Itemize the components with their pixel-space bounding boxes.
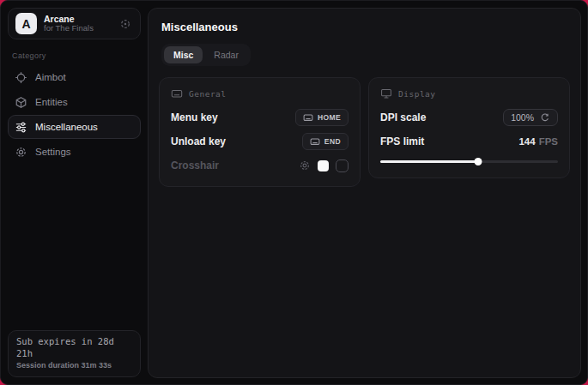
crosshair-row: Crosshair <box>171 156 349 175</box>
sidebar-nav: Aimbot Entities <box>8 65 141 164</box>
category-label: Category <box>12 51 141 60</box>
fps-limit-label: FPS limit <box>380 135 424 147</box>
sidebar-item-miscellaneous[interactable]: Miscellaneous <box>8 115 141 139</box>
app-logo: A <box>15 13 37 34</box>
unload-key-label: Unload key <box>171 135 226 147</box>
app-window: A Arcane for The Finals Category <box>0 0 588 385</box>
gear-icon <box>15 146 27 159</box>
unload-key-row: Unload key END <box>171 132 349 151</box>
sync-icon[interactable] <box>118 16 133 32</box>
fps-limit-row: FPS limit 144FPS <box>380 132 558 151</box>
menu-key-button[interactable]: HOME <box>295 109 349 126</box>
app-meta: Arcane for The Finals <box>44 14 111 33</box>
dpi-scale-value: 100% <box>511 112 534 123</box>
menu-key-value: HOME <box>318 113 341 122</box>
tab-bar: Misc Radar <box>161 44 251 66</box>
refresh-icon <box>540 112 550 123</box>
dpi-scale-row: DPI scale 100% <box>380 108 558 127</box>
main-panel: Miscellaneous Misc Radar General <box>148 8 581 378</box>
slider-fill <box>380 160 478 163</box>
menu-key-row: Menu key HOME <box>171 108 349 127</box>
sidebar-item-label: Settings <box>35 147 71 157</box>
cube-icon <box>15 96 27 109</box>
sidebar-item-entities[interactable]: Entities <box>8 90 141 114</box>
sliders-icon <box>15 121 27 134</box>
display-card: Display DPI scale 100% <box>368 77 570 178</box>
dpi-scale-button[interactable]: 100% <box>503 109 558 126</box>
settings-cards: General Menu key HOME <box>159 77 570 187</box>
monitor-icon <box>380 87 392 99</box>
sidebar-item-label: Miscellaneous <box>35 122 98 132</box>
general-card-header: General <box>171 87 349 99</box>
tab-radar[interactable]: Radar <box>204 46 248 63</box>
display-card-title: Display <box>398 89 436 99</box>
app-subtitle: for The Finals <box>44 24 111 33</box>
slider-handle[interactable] <box>474 158 482 165</box>
color-swatch[interactable] <box>318 160 329 171</box>
fps-limit-value: 144FPS <box>518 136 558 147</box>
display-card-header: Display <box>380 87 558 99</box>
tab-misc[interactable]: Misc <box>164 46 203 63</box>
crosshair-controls <box>298 159 349 172</box>
keyboard-icon <box>310 136 320 147</box>
sidebar-item-settings[interactable]: Settings <box>8 140 141 164</box>
session-duration: Session duration 31m 33s <box>16 361 132 371</box>
subscription-card: Sub expires in 28d 21h Session duration … <box>8 330 141 377</box>
fps-unit: FPS <box>539 136 558 147</box>
subscription-expiry: Sub expires in 28d 21h <box>16 336 132 359</box>
menu-key-label: Menu key <box>171 111 218 123</box>
keyboard-icon <box>303 112 313 123</box>
sidebar: A Arcane for The Finals Category <box>1 1 148 384</box>
unload-key-value: END <box>324 137 341 146</box>
dpi-scale-label: DPI scale <box>380 111 426 123</box>
crosshair-icon <box>15 71 27 84</box>
fps-number: 144 <box>518 136 535 147</box>
app-header-card: A Arcane for The Finals <box>8 8 141 39</box>
unload-key-button[interactable]: END <box>302 133 349 150</box>
sidebar-spacer <box>8 164 141 330</box>
general-card-title: General <box>189 89 227 99</box>
keyboard-icon <box>171 87 183 99</box>
crosshair-label: Crosshair <box>171 159 219 171</box>
gear-icon[interactable] <box>298 159 311 172</box>
general-card: General Menu key HOME <box>159 77 361 187</box>
sidebar-item-label: Entities <box>35 97 68 107</box>
page-title: Miscellaneous <box>161 21 570 33</box>
crosshair-checkbox[interactable] <box>336 159 349 172</box>
sidebar-item-label: Aimbot <box>35 72 66 82</box>
sidebar-item-aimbot[interactable]: Aimbot <box>8 65 141 89</box>
fps-limit-slider[interactable] <box>380 156 558 166</box>
